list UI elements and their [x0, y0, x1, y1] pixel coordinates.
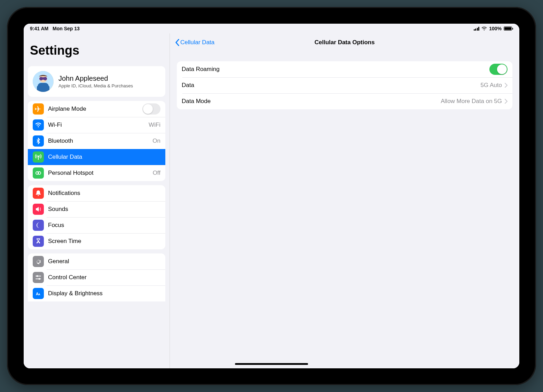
detail-navbar: Cellular Data Cellular Data Options	[170, 33, 519, 52]
data-mode-value: Allow More Data on 5G	[441, 98, 502, 105]
sidebar-item-hotspot[interactable]: Personal Hotspot Off	[28, 165, 165, 181]
hotspot-value: Off	[153, 170, 160, 177]
sidebar-item-focus[interactable]: Focus	[28, 217, 165, 233]
sidebar-item-notifications[interactable]: Notifications	[28, 185, 165, 201]
antenna-icon	[33, 151, 44, 163]
bluetooth-label: Bluetooth	[48, 138, 152, 144]
wifi-icon	[481, 26, 487, 31]
chevron-right-icon	[505, 99, 507, 104]
battery-icon	[504, 26, 513, 31]
sidebar-item-controlcenter[interactable]: Control Center	[28, 269, 165, 285]
airplane-label: Airplane Mode	[48, 105, 142, 112]
svg-rect-12	[36, 279, 41, 279]
airplane-icon	[33, 103, 44, 115]
sidebar-item-cellular[interactable]: Cellular Data	[28, 149, 165, 165]
text-size-icon: AA	[33, 288, 44, 299]
avatar-icon	[33, 71, 54, 92]
data-mode-row[interactable]: Data Mode Allow More Data on 5G	[177, 93, 512, 109]
data-value: 5G Auto	[481, 82, 502, 89]
sidebar-item-sounds[interactable]: Sounds	[28, 201, 165, 217]
sidebar-item-display[interactable]: AA Display & Brightness	[28, 285, 165, 301]
chevron-right-icon	[505, 83, 507, 88]
sidebar-item-bluetooth[interactable]: Bluetooth On	[28, 133, 165, 149]
general-group: General Control Center AA Display & Brig…	[28, 253, 165, 301]
cellular-signal-icon	[474, 26, 480, 31]
hotspot-label: Personal Hotspot	[48, 170, 153, 177]
sounds-label: Sounds	[48, 206, 160, 213]
screentime-label: Screen Time	[48, 238, 160, 245]
display-label: Display & Brightness	[48, 290, 160, 297]
back-label: Cellular Data	[180, 39, 214, 46]
account-subtitle: Apple ID, iCloud, Media & Purchases	[58, 83, 160, 88]
wifi-value: WiFi	[149, 121, 160, 128]
account-name: John Appleseed	[58, 75, 160, 83]
sidebar-item-airplane[interactable]: Airplane Mode	[28, 101, 165, 117]
home-indicator[interactable]	[235, 363, 308, 365]
data-mode-label: Data Mode	[182, 98, 441, 105]
account-group: John Appleseed Apple ID, iCloud, Media &…	[28, 66, 165, 97]
cellular-options-group: Data Roaming Data 5G Auto Data Mode Allo…	[177, 61, 512, 109]
sidebar-item-screentime[interactable]: Screen Time	[28, 233, 165, 249]
bell-icon	[33, 188, 44, 199]
status-bar: 9:41 AM Mon Sep 13 100%	[24, 24, 519, 33]
battery-percent: 100%	[489, 26, 502, 31]
data-roaming-row[interactable]: Data Roaming	[177, 61, 512, 77]
chevron-left-icon	[175, 39, 180, 46]
gear-icon	[33, 256, 44, 267]
airplane-toggle[interactable]	[142, 103, 160, 115]
speaker-icon	[33, 204, 44, 215]
back-button[interactable]: Cellular Data	[175, 39, 214, 46]
svg-rect-10	[36, 276, 41, 276]
connectivity-group: Airplane Mode Wi-Fi WiFi Bluetooth On	[28, 101, 165, 181]
ipad-frame: 9:41 AM Mon Sep 13 100% Settings	[7, 7, 536, 385]
data-row[interactable]: Data 5G Auto	[177, 77, 512, 93]
wifi-label: Wi-Fi	[48, 121, 149, 128]
detail-pane: Cellular Data Cellular Data Options Data…	[170, 33, 519, 368]
sidebar-item-wifi[interactable]: Wi-Fi WiFi	[28, 117, 165, 133]
screen: 9:41 AM Mon Sep 13 100% Settings	[24, 24, 519, 368]
status-date: Mon Sep 13	[53, 26, 80, 31]
hourglass-icon	[33, 236, 44, 247]
general-label: General	[48, 258, 160, 265]
focus-label: Focus	[48, 222, 160, 229]
data-label: Data	[182, 82, 481, 89]
notifications-group: Notifications Sounds Focus Screen Time	[28, 185, 165, 249]
status-time: 9:41 AM	[30, 26, 48, 31]
sidebar-item-general[interactable]: General	[28, 253, 165, 269]
moon-icon	[33, 220, 44, 231]
wifi-settings-icon	[33, 119, 44, 131]
notifications-label: Notifications	[48, 190, 160, 197]
bluetooth-value: On	[152, 138, 160, 144]
hotspot-icon	[33, 167, 44, 179]
data-roaming-label: Data Roaming	[182, 66, 489, 73]
svg-text:A: A	[38, 293, 40, 296]
sliders-icon	[33, 272, 44, 283]
controlcenter-label: Control Center	[48, 274, 160, 281]
bluetooth-icon	[33, 135, 44, 147]
settings-title: Settings	[24, 33, 170, 62]
settings-sidebar[interactable]: Settings John Appleseed Apple ID, iCloud…	[24, 33, 170, 368]
detail-title: Cellular Data Options	[315, 39, 375, 46]
cellular-label: Cellular Data	[48, 154, 160, 160]
apple-id-row[interactable]: John Appleseed Apple ID, iCloud, Media &…	[28, 66, 165, 97]
data-roaming-toggle[interactable]	[489, 64, 507, 75]
